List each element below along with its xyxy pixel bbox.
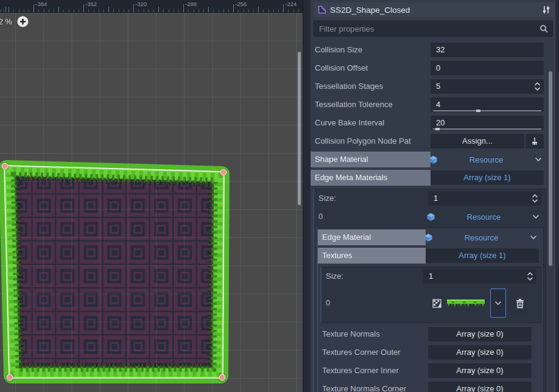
property-row: 0 <box>323 287 539 319</box>
spin-icon[interactable] <box>532 194 538 203</box>
property-label: Textures <box>322 248 352 263</box>
property-label: Edge Material <box>322 230 371 245</box>
ruler-tick-line <box>133 4 134 12</box>
shape-point-handle[interactable] <box>219 374 226 381</box>
chevron-down-icon[interactable] <box>530 235 537 240</box>
property-label: Shape Material <box>315 152 368 167</box>
property-label: Textures Corner Outer <box>322 345 401 360</box>
ruler-tick-label: -384 <box>35 1 47 7</box>
viewport-vertical-scrollbar[interactable] <box>298 52 301 205</box>
property-label: Size: <box>326 269 343 284</box>
chevron-down-icon[interactable] <box>535 157 542 162</box>
resource-dropdown[interactable]: Resource <box>424 209 541 224</box>
field-value: 5 <box>436 79 440 94</box>
array-button[interactable]: Array (size 1) <box>426 248 539 263</box>
plus-circle-icon <box>17 16 29 27</box>
spin-field[interactable]: 1 <box>428 191 541 206</box>
slider-grabber[interactable] <box>476 110 480 112</box>
slider-track[interactable] <box>433 128 541 130</box>
chevron-down-icon <box>494 301 502 306</box>
spin-icon[interactable] <box>527 272 533 281</box>
array-button[interactable]: Array (size 0) <box>428 363 532 378</box>
nested-editor-panel: Size:10ResourceEdge MaterialResourceText… <box>313 189 546 392</box>
property-label: Texture Normals <box>322 327 380 341</box>
2d-viewport[interactable]: -384-352-320-288-256-224 2 % <box>0 0 303 392</box>
ruler-tick-label: -352 <box>85 1 97 7</box>
inspector-scrollbar[interactable] <box>549 71 552 266</box>
zoom-percent-label: 2 % <box>0 18 12 26</box>
assign-node-path-button[interactable]: Assign... <box>431 134 524 149</box>
array-button[interactable]: Array (size 0) <box>428 327 532 341</box>
resource-cube-icon <box>429 155 438 164</box>
property-row: Textures Corner OuterArray (size 0) <box>320 345 541 360</box>
pick-node-button[interactable] <box>526 134 544 149</box>
property-label: Collision Size <box>315 43 362 57</box>
field-value: 32 <box>436 43 445 57</box>
godot-editor: -384-352-320-288-256-224 2 % SS2D_Shape_… <box>0 0 559 392</box>
resource-cube-icon <box>426 212 435 222</box>
property-label: Edge Meta Materials <box>315 170 387 185</box>
array-button[interactable]: Array (size 1) <box>431 170 544 185</box>
array-button[interactable]: Array (size 0) <box>428 382 532 392</box>
delete-texture-button[interactable] <box>512 289 528 317</box>
nested-editor-panel: Size:10 <box>320 267 541 323</box>
filter-properties-box[interactable] <box>314 21 553 37</box>
resource-dropdown[interactable]: Resource <box>427 152 544 167</box>
property-row: Size:1 <box>316 191 544 206</box>
property-label: Tessellation Tolerence <box>315 97 393 112</box>
shape-point-handle[interactable] <box>220 169 227 176</box>
texture-options-button[interactable] <box>490 289 506 318</box>
property-label: Tessellation Stages <box>315 79 383 94</box>
spin-field[interactable]: 1 <box>423 269 536 284</box>
field-value: 0 <box>436 61 440 75</box>
edit-image-icon[interactable] <box>432 299 441 308</box>
property-row: Size:1 <box>323 269 539 284</box>
spin-field[interactable]: 5 <box>431 79 544 94</box>
node-path-editor: Assign... <box>431 134 544 149</box>
ruler-tick-label: -256 <box>235 1 247 7</box>
chevron-down-icon[interactable] <box>532 214 540 219</box>
slider-grabber[interactable] <box>435 128 440 130</box>
property-label: 0 <box>326 287 330 319</box>
zoom-plus-button[interactable] <box>17 16 29 27</box>
property-label: Textures Corner Inner <box>322 363 399 378</box>
top-ruler: -384-352-320-288-256-224 <box>0 0 303 13</box>
property-row: Texture NormalsArray (size 0) <box>320 327 541 341</box>
panel-edge <box>555 0 559 392</box>
shape-point-handle[interactable] <box>2 163 9 170</box>
filter-properties-input[interactable] <box>314 24 540 33</box>
inspector-header: SS2D_Shape_Closed <box>314 2 554 17</box>
slider-field[interactable]: 4 <box>431 97 544 112</box>
property-label: Size: <box>318 191 336 206</box>
shape-point-handle[interactable] <box>7 374 13 381</box>
property-row: Shape MaterialResource <box>312 152 546 167</box>
ruler-tick-line <box>83 4 84 12</box>
slider-field[interactable]: 20 <box>431 116 544 130</box>
property-label: Curve Bake Interval <box>315 116 384 130</box>
resource-name: Resource <box>438 155 535 164</box>
property-label: 0 <box>318 209 323 224</box>
property-row: Collision Size32 <box>312 43 546 57</box>
property-row: Edge MaterialResource <box>320 230 541 245</box>
property-label: Collision Polygon Node Pat <box>315 134 411 149</box>
property-row: Tessellation Stages5 <box>312 79 546 94</box>
ss2d-node-icon <box>317 5 327 15</box>
inspected-node-title: SS2D_Shape_Closed <box>330 5 539 15</box>
property-label: Texture Normals Corner <box>322 382 406 392</box>
property-row: Tessellation Tolerence4 <box>312 97 546 112</box>
broom-icon <box>530 137 539 145</box>
nested-editor-panel: Edge MaterialResourceTexturesArray (size… <box>317 228 544 392</box>
grass-texture-thumbnail[interactable] <box>447 299 485 308</box>
value-field[interactable]: 32 <box>431 43 544 57</box>
ruler-tick-line <box>33 4 34 12</box>
property-label: Collision Offset <box>315 61 368 75</box>
value-field[interactable]: 0 <box>431 61 544 75</box>
resource-dropdown[interactable]: Resource <box>422 230 539 245</box>
property-row: Curve Bake Interval20 <box>312 116 546 130</box>
object-options-icon[interactable] <box>542 5 550 14</box>
spin-icon[interactable] <box>534 82 541 91</box>
array-button[interactable]: Array (size 0) <box>428 345 532 360</box>
panel-divider[interactable] <box>303 0 311 392</box>
slider-track[interactable] <box>433 110 541 111</box>
property-row: Edge Meta MaterialsArray (size 1) <box>312 170 546 185</box>
